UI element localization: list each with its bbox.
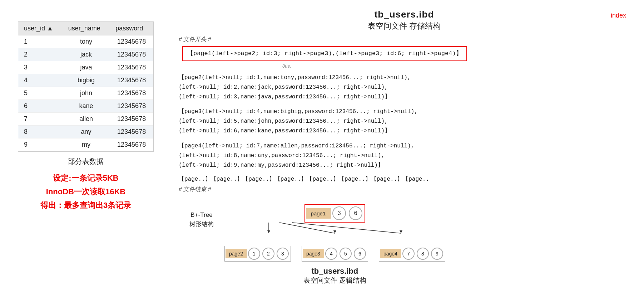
cell-user-name: john — [63, 87, 110, 100]
cell-user-name: tony — [63, 35, 110, 48]
root-key-3: 3 — [332, 206, 346, 220]
leaf-page4-key8: 8 — [417, 248, 429, 260]
table-row: 1tony12345678 — [18, 35, 153, 48]
file-end-marker: # 文件结束 # — [179, 186, 630, 193]
leaf-page4-key7: 7 — [402, 248, 415, 260]
cell-user-id: 6 — [18, 100, 63, 113]
file-title: tb_users.ibd — [175, 9, 633, 20]
leaf-node-page2: page2 1 2 3 — [224, 246, 291, 262]
file-content-area: # 文件开头 # 【page1(left->page2; id:3; right… — [175, 36, 633, 200]
cell-user-name: allen — [63, 113, 110, 126]
table-caption: 部分表数据 — [68, 157, 104, 166]
index-box: 【page1(left->page2; id:3; right->page3),… — [182, 46, 467, 61]
btree-leaf-row: page2 1 2 3 page3 4 5 6 — [224, 246, 445, 262]
cell-password: 12345678 — [110, 100, 153, 113]
cell-user-id: 8 — [18, 126, 63, 138]
setting-line3: 得出：最多查询出3条记录 — [40, 200, 131, 211]
cell-user-id: 1 — [18, 35, 63, 48]
cell-password: 12345678 — [110, 126, 153, 138]
leaf-page2-key1: 1 — [248, 248, 260, 260]
file-header-marker: # 文件开头 # — [179, 36, 630, 43]
leaf-page2-key3: 3 — [277, 248, 289, 260]
cell-password: 12345678 — [110, 74, 153, 87]
cell-user-id: 9 — [18, 138, 63, 151]
leaf-page3-label: page3 — [303, 249, 324, 258]
table-row: 4bigbig12345678 — [18, 74, 153, 87]
btree-bottom-titles: tb_users.ibd 表空间文件 逻辑结构 — [303, 267, 366, 285]
cell-user-id: 5 — [18, 87, 63, 100]
cell-user-name: java — [63, 61, 110, 74]
col-header-password: password — [110, 22, 153, 35]
leaf-page3-key4: 4 — [325, 248, 337, 260]
cell-password: 12345678 — [110, 48, 153, 61]
file-subtitle: 表空间文件 存储结构 — [175, 21, 633, 31]
table-row: 8any12345678 — [18, 126, 153, 138]
data-table-container: user_id ▲ user_name password 1tony123456… — [18, 21, 154, 152]
root-page-label: page1 — [306, 208, 331, 219]
leaf-page2-label: page2 — [226, 249, 247, 258]
right-panel: tb_users.ibd 表空间文件 存储结构 index # 文件开头 # 【… — [175, 7, 633, 300]
cell-user-id: 7 — [18, 113, 63, 126]
page-dots-row: 【page..】【page..】【page..】【page..】【page..】… — [179, 175, 630, 183]
cell-user-id: 2 — [18, 48, 63, 61]
cell-password: 12345678 — [110, 138, 153, 151]
root-key-6: 6 — [349, 206, 362, 220]
setting-line2: InnoDB一次读取16KB — [46, 186, 125, 197]
leaf-page3-key5: 5 — [340, 248, 352, 260]
cell-user-name: bigbig — [63, 74, 110, 87]
left-panel: user_id ▲ user_name password 1tony123456… — [11, 7, 161, 300]
btree-root-node: page1 3 6 — [304, 204, 366, 223]
index-label: index — [611, 12, 626, 19]
table-row: 5john12345678 — [18, 87, 153, 100]
leaf-node-page4: page4 7 8 9 — [379, 246, 445, 262]
cell-user-id: 4 — [18, 74, 63, 87]
tree-connectors-svg — [242, 223, 428, 246]
leaf-page3-key6: 6 — [354, 248, 366, 260]
cell-password: 12345678 — [110, 113, 153, 126]
page4-block: 【page4(left->null; id:7,name:allen,passw… — [179, 141, 630, 171]
cell-password: 12345678 — [110, 35, 153, 48]
cell-password: 12345678 — [110, 87, 153, 100]
table-row: 7allen12345678 — [18, 113, 153, 126]
cell-user-name: my — [63, 138, 110, 151]
col-header-username: user_name — [63, 22, 110, 35]
leaf-node-page3: page3 4 5 6 — [302, 246, 368, 262]
leaf-page2-key2: 2 — [262, 248, 274, 260]
cell-password: 12345678 — [110, 61, 153, 74]
leaf-page4-key9: 9 — [431, 248, 443, 260]
table-row: 9my12345678 — [18, 138, 153, 151]
svg-marker-3 — [267, 230, 270, 233]
setting-line1: 设定:一条记录5KB — [53, 173, 118, 184]
cell-user-name: jack — [63, 48, 110, 61]
page2-block: 【page2(left->null; id:1,name:tony,passwo… — [179, 73, 630, 102]
table-row: 6kane12345678 — [18, 100, 153, 113]
cell-user-id: 3 — [18, 61, 63, 74]
page3-block: 【page3(left->null; id:4,name:bigbig,pass… — [179, 107, 630, 136]
btree-label: B+-Tree树形结构 — [189, 210, 214, 229]
btree-bottom-title1: tb_users.ibd — [303, 267, 366, 276]
btree-bottom-title2: 表空间文件 逻辑结构 — [303, 276, 366, 285]
cell-user-name: any — [63, 126, 110, 138]
users-table: user_id ▲ user_name password 1tony123456… — [18, 22, 153, 151]
svg-marker-5 — [400, 230, 402, 233]
cell-user-name: kane — [63, 100, 110, 113]
leaf-page4-label: page4 — [380, 249, 401, 258]
col-header-userid: user_id ▲ — [18, 22, 63, 35]
table-row: 2jack12345678 — [18, 48, 153, 61]
table-row: 3java12345678 — [18, 61, 153, 74]
